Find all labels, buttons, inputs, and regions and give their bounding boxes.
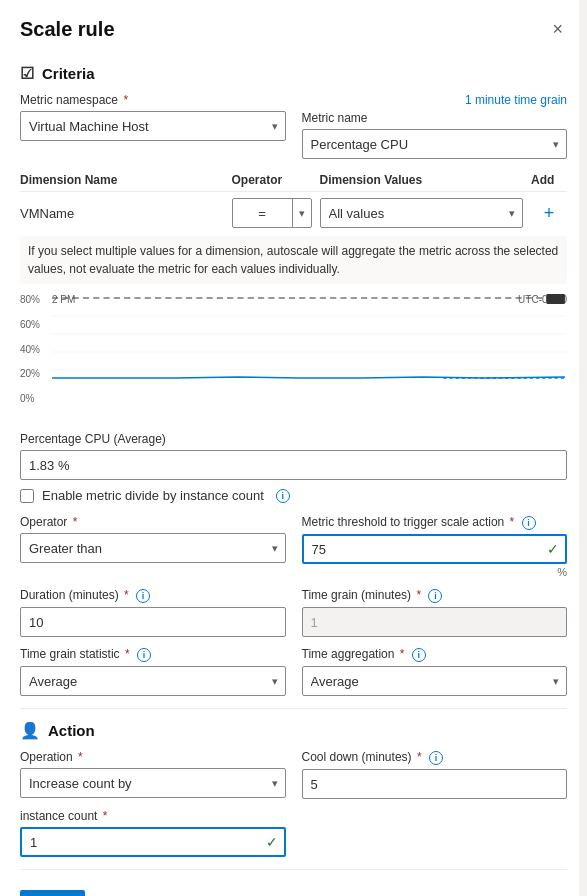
metric-value-label: Percentage CPU (Average) bbox=[20, 432, 567, 446]
operator-select[interactable]: Greater than Greater than or equal to Le… bbox=[20, 533, 286, 563]
statistic-aggregation-row: Time grain statistic * i Average Min Max… bbox=[20, 647, 567, 696]
action-label: Action bbox=[48, 722, 95, 739]
time-grain-label: Time grain (minutes) * i bbox=[302, 588, 568, 603]
aggregation-select[interactable]: Average Min Max Sum Count Last bbox=[302, 666, 568, 696]
dimension-add-button[interactable]: + bbox=[531, 203, 567, 224]
duration-info-icon[interactable]: i bbox=[136, 589, 150, 603]
criteria-section-header: ☑ Criteria bbox=[20, 64, 567, 83]
svg-rect-1 bbox=[546, 294, 565, 304]
instance-count-label: instance count * bbox=[20, 809, 286, 823]
operation-select[interactable]: Increase count by Decrease count by Incr… bbox=[20, 768, 286, 798]
operation-col: Operation * Increase count by Decrease c… bbox=[20, 750, 286, 799]
operator-col: Operator * Greater than Greater than or … bbox=[20, 515, 286, 578]
time-aggregation-label: Time aggregation * i bbox=[302, 647, 568, 662]
instance-count-row: instance count * ✓ bbox=[20, 809, 567, 857]
dimension-table: Dimension Name Operator Dimension Values… bbox=[20, 169, 567, 228]
dim-name-cell: VMName bbox=[20, 201, 224, 226]
time-grain-info-icon[interactable]: i bbox=[428, 589, 442, 603]
chart-y-label-20: 20% bbox=[20, 368, 52, 379]
instance-count-check-icon: ✓ bbox=[266, 834, 278, 850]
statistic-select-wrapper: Average Min Max Sum ▾ bbox=[20, 666, 286, 696]
duration-input[interactable] bbox=[20, 607, 286, 637]
dim-values-select[interactable]: All values bbox=[320, 198, 524, 228]
dim-header-values: Dimension Values bbox=[320, 173, 524, 187]
threshold-info-icon[interactable]: i bbox=[522, 516, 536, 530]
duration-col: Duration (minutes) * i bbox=[20, 588, 286, 637]
time-grain-statistic-label: Time grain statistic * i bbox=[20, 647, 286, 662]
dimension-header-row: Dimension Name Operator Dimension Values… bbox=[20, 169, 567, 192]
metric-name-label: Metric name bbox=[302, 111, 568, 125]
panel-content: ☑ Criteria Metric namespace * Virtual Ma… bbox=[0, 64, 587, 896]
metric-name-select[interactable]: Percentage CPU bbox=[302, 129, 568, 159]
threshold-unit-label: % bbox=[302, 566, 568, 578]
instance-count-input[interactable] bbox=[20, 827, 286, 857]
time-grain-label: 1 minute time grain bbox=[302, 93, 568, 107]
statistic-info-icon[interactable]: i bbox=[137, 648, 151, 662]
metric-namespace-label: Metric namespace * bbox=[20, 93, 286, 107]
metric-value-row: Percentage CPU (Average) bbox=[20, 432, 567, 480]
enable-metric-divide-info-icon[interactable]: i bbox=[276, 489, 290, 503]
chart-y-labels: 80% 60% 40% 20% 0% bbox=[20, 294, 52, 404]
cooldown-info-icon[interactable]: i bbox=[429, 751, 443, 765]
panel-header: Scale rule × bbox=[0, 0, 587, 52]
chart-container: 80% 60% 40% 20% 0% bbox=[20, 294, 567, 424]
threshold-input[interactable] bbox=[302, 534, 568, 564]
aggregation-info-icon[interactable]: i bbox=[412, 648, 426, 662]
metric-namespace-select-wrapper: Virtual Machine Host ▾ bbox=[20, 111, 286, 141]
metric-namespace-col: Metric namespace * Virtual Machine Host … bbox=[20, 93, 286, 159]
metric-namespace-row: Metric namespace * Virtual Machine Host … bbox=[20, 93, 567, 159]
dim-header-operator: Operator bbox=[232, 173, 312, 187]
panel-title: Scale rule bbox=[20, 18, 115, 41]
instance-count-input-wrapper: ✓ bbox=[20, 827, 286, 857]
criteria-label: Criteria bbox=[42, 65, 95, 82]
dim-operator-text: = bbox=[233, 206, 292, 221]
metric-namespace-select[interactable]: Virtual Machine Host bbox=[20, 111, 286, 141]
cooldown-col: Cool down (minutes) * i bbox=[302, 750, 568, 799]
scrollbar[interactable] bbox=[579, 0, 587, 896]
dim-operator-chevron-icon[interactable]: ▾ bbox=[292, 199, 311, 227]
metric-value-input[interactable] bbox=[20, 450, 567, 480]
time-grain-statistic-col: Time grain statistic * i Average Min Max… bbox=[20, 647, 286, 696]
threshold-col: Metric threshold to trigger scale action… bbox=[302, 515, 568, 578]
dim-values-select-wrapper: All values ▾ bbox=[320, 198, 524, 228]
chart-svg bbox=[52, 294, 567, 384]
statistic-select[interactable]: Average Min Max Sum bbox=[20, 666, 286, 696]
chart-y-label-80: 80% bbox=[20, 294, 52, 305]
add-button[interactable]: Add bbox=[20, 890, 85, 896]
metric-name-select-wrapper: Percentage CPU ▾ bbox=[302, 129, 568, 159]
footer-divider bbox=[20, 869, 567, 870]
chart-svg-area bbox=[52, 294, 567, 384]
scale-rule-panel: Scale rule × ☑ Criteria Metric namespace… bbox=[0, 0, 587, 896]
operator-select-wrapper: Greater than Greater than or equal to Le… bbox=[20, 533, 286, 563]
cooldown-input[interactable] bbox=[302, 769, 568, 799]
operation-cooldown-row: Operation * Increase count by Decrease c… bbox=[20, 750, 567, 799]
chart-y-label-0: 0% bbox=[20, 393, 52, 404]
aggregation-select-wrapper: Average Min Max Sum Count Last ▾ bbox=[302, 666, 568, 696]
threshold-input-wrapper: ✓ bbox=[302, 534, 568, 564]
enable-metric-divide-label: Enable metric divide by instance count bbox=[42, 488, 264, 503]
threshold-label: Metric threshold to trigger scale action… bbox=[302, 515, 568, 530]
instance-count-col: instance count * ✓ bbox=[20, 809, 286, 857]
metric-name-col: 1 minute time grain Metric name Percenta… bbox=[302, 93, 568, 159]
enable-metric-divide-checkbox[interactable] bbox=[20, 489, 34, 503]
section-divider bbox=[20, 708, 567, 709]
action-icon: 👤 bbox=[20, 721, 40, 740]
table-row: VMName = ▾ All values ▾ + bbox=[20, 198, 567, 228]
chart-y-label-40: 40% bbox=[20, 344, 52, 355]
cooldown-label: Cool down (minutes) * i bbox=[302, 750, 568, 765]
instance-count-spacer bbox=[302, 809, 568, 857]
dim-header-name: Dimension Name bbox=[20, 173, 224, 187]
dimension-info-text: If you select multiple values for a dime… bbox=[20, 236, 567, 284]
operation-label: Operation * bbox=[20, 750, 286, 764]
dim-operator-wrapper[interactable]: = ▾ bbox=[232, 198, 312, 228]
close-button[interactable]: × bbox=[548, 16, 567, 42]
operator-label: Operator * bbox=[20, 515, 286, 529]
operator-threshold-row: Operator * Greater than Greater than or … bbox=[20, 515, 567, 578]
time-aggregation-col: Time aggregation * i Average Min Max Sum… bbox=[302, 647, 568, 696]
chart-y-label-60: 60% bbox=[20, 319, 52, 330]
duration-timegrain-row: Duration (minutes) * i Time grain (minut… bbox=[20, 588, 567, 637]
duration-label: Duration (minutes) * i bbox=[20, 588, 286, 603]
chart-area: 80% 60% 40% 20% 0% bbox=[20, 294, 567, 404]
enable-metric-divide-row: Enable metric divide by instance count i bbox=[20, 488, 567, 503]
action-section-header: 👤 Action bbox=[20, 721, 567, 740]
